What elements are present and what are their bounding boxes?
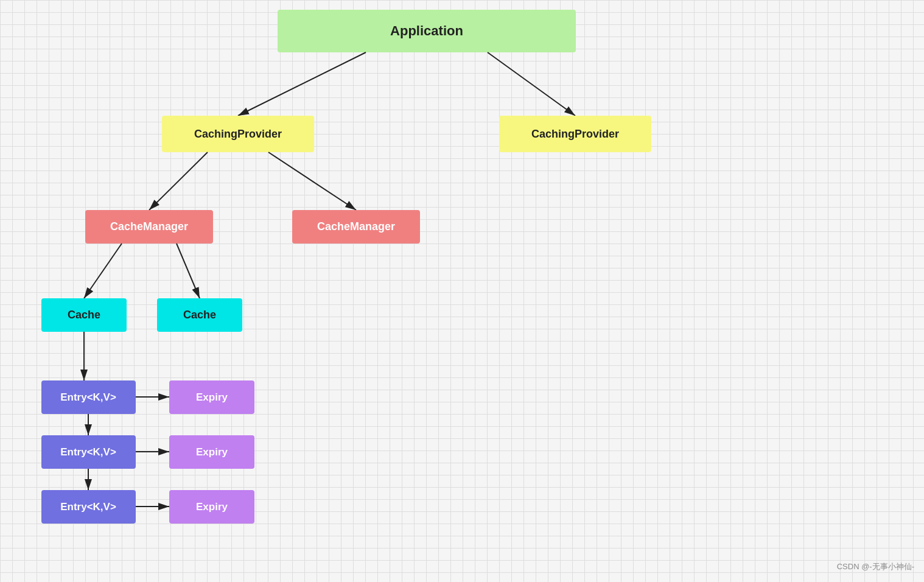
expiry-2-label: Expiry bbox=[196, 446, 228, 458]
svg-line-4 bbox=[84, 244, 122, 298]
application-label: Application bbox=[390, 23, 463, 38]
watermark: CSDN @-无事小神仙- bbox=[837, 561, 914, 572]
expiry-1-label: Expiry bbox=[196, 391, 228, 403]
svg-line-3 bbox=[268, 152, 356, 210]
expiry-3-label: Expiry bbox=[196, 501, 228, 513]
entry-3-label: Entry<K,V> bbox=[60, 501, 116, 513]
cache-manager-1-label: CacheManager bbox=[110, 220, 188, 233]
cache-manager-2-label: CacheManager bbox=[317, 220, 395, 233]
svg-line-1 bbox=[488, 52, 575, 116]
svg-line-2 bbox=[149, 152, 208, 210]
caching-provider-1-label: CachingProvider bbox=[194, 128, 282, 140]
entry-1-label: Entry<K,V> bbox=[60, 391, 116, 403]
cache-2-label: Cache bbox=[183, 309, 216, 321]
cache-1-label: Cache bbox=[68, 309, 100, 321]
svg-line-0 bbox=[238, 52, 366, 116]
entry-2-label: Entry<K,V> bbox=[60, 446, 116, 458]
caching-provider-2-label: CachingProvider bbox=[531, 128, 619, 140]
svg-line-5 bbox=[177, 244, 200, 298]
diagram-canvas: Application CachingProvider CachingProvi… bbox=[0, 0, 924, 582]
